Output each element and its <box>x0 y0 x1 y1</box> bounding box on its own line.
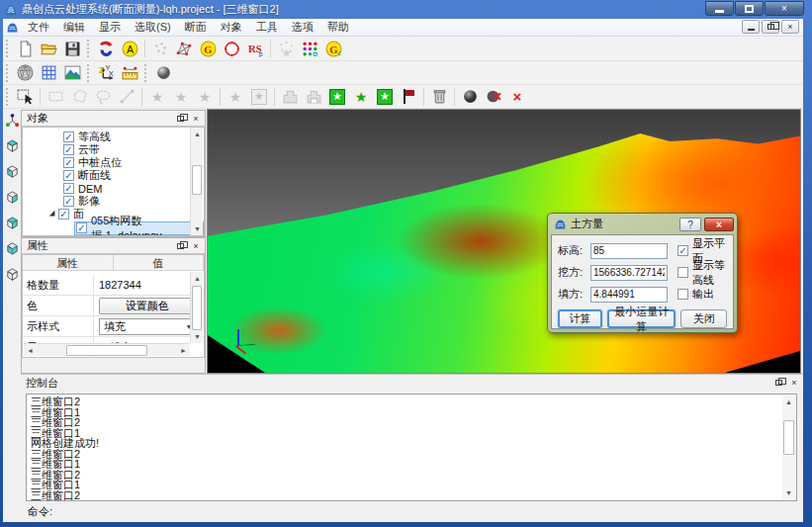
calculate-button[interactable]: 计算 <box>558 309 602 328</box>
scroll-thumb[interactable] <box>783 420 794 455</box>
registration-button[interactable] <box>94 38 118 59</box>
toolbar-grip[interactable] <box>144 64 147 82</box>
scroll-right-icon[interactable]: ► <box>177 344 190 357</box>
cube-view-front-icon[interactable] <box>5 164 20 179</box>
titlebar[interactable]: 鼎创点云处理系统(断面测量)-lqh.project - [三维窗口2] × <box>0 0 812 19</box>
cube-view-back-icon[interactable] <box>5 216 20 230</box>
menu-select[interactable]: 选取(S) <box>128 19 178 36</box>
toolbar-grip[interactable] <box>87 40 90 57</box>
scatter-button[interactable] <box>274 38 298 59</box>
properties-vscrollbar[interactable]: ▲ ▼ <box>190 272 203 343</box>
keep-inside-button[interactable]: ★ <box>325 86 349 108</box>
menu-edit[interactable]: 编辑 <box>56 19 92 36</box>
scroll-up-icon[interactable]: ▲ <box>191 128 204 140</box>
building-remove-button[interactable] <box>302 86 325 108</box>
toolbar-grip[interactable] <box>6 64 9 82</box>
properties-close-button[interactable]: × <box>189 239 203 252</box>
mdi-minimize-button[interactable] <box>742 20 760 34</box>
properties-panel-titlebar[interactable]: 属性 × <box>22 238 205 254</box>
fill-volume-input[interactable] <box>590 287 668 303</box>
console-float-button[interactable] <box>771 376 785 389</box>
cut-volume-input[interactable] <box>590 265 668 281</box>
gc-button[interactable]: Gc <box>321 38 345 59</box>
objects-panel-titlebar[interactable]: 对象 × <box>22 111 205 127</box>
building-extract-button[interactable] <box>278 86 302 108</box>
menu-options[interactable]: 选项 <box>285 19 320 36</box>
min-haul-calc-button[interactable]: 最小运量计算 <box>607 309 676 328</box>
earthwork-dialog[interactable]: 土方量 ? × 标高: ✓显示平面 挖方: 显示等高线 填方: <box>547 213 738 333</box>
menu-display[interactable]: 显示 <box>92 19 128 36</box>
keep-selection-button[interactable]: ★ <box>349 86 373 108</box>
output-checkbox[interactable] <box>677 289 688 300</box>
dialog-titlebar[interactable]: 土方量 ? × <box>548 214 737 232</box>
scroll-thumb[interactable] <box>192 165 202 195</box>
checkbox[interactable]: ✓ <box>63 132 74 142</box>
scroll-up-icon[interactable]: ▲ <box>782 395 795 408</box>
checkbox[interactable]: ✓ <box>63 196 74 207</box>
image-button[interactable] <box>60 62 84 84</box>
checkbox[interactable]: ✓ <box>63 183 74 194</box>
cube-view-top-icon[interactable] <box>5 138 20 153</box>
axes-button[interactable]: ZYX <box>94 62 118 84</box>
section-measure-button[interactable] <box>118 62 141 84</box>
cube-view-bottom-icon[interactable] <box>5 241 20 256</box>
keep-outside-button[interactable]: ★ <box>373 86 397 108</box>
scroll-thumb[interactable] <box>192 286 202 330</box>
tree-item-sectionline[interactable]: ✓断面线 <box>23 169 204 182</box>
set-color-button[interactable]: 设置颜色 <box>99 298 196 314</box>
pointcloud-button[interactable] <box>148 38 172 59</box>
console-close-button[interactable]: × <box>787 376 801 389</box>
checkbox[interactable]: ✓ <box>63 170 74 181</box>
new-button[interactable] <box>13 38 37 59</box>
minimize-button[interactable] <box>705 1 734 16</box>
grid-g-button[interactable]: G <box>196 38 220 59</box>
circle-select-button[interactable] <box>220 38 243 59</box>
select-all-button[interactable]: ★ <box>224 86 247 108</box>
select-intersect-button[interactable]: ★ <box>193 86 217 108</box>
properties-float-button[interactable] <box>173 239 187 252</box>
show-plane-checkbox[interactable]: ✓ <box>677 245 688 256</box>
scroll-thumb[interactable] <box>66 345 147 356</box>
ball-select-button[interactable] <box>458 86 482 108</box>
select-add-button[interactable]: ★ <box>145 86 169 108</box>
save-button[interactable] <box>60 38 84 59</box>
ball-delete-button[interactable] <box>482 86 505 108</box>
checkbox[interactable]: ✓ <box>63 144 74 155</box>
select-box-button[interactable]: ★ <box>247 86 271 108</box>
cube-view-side-icon[interactable] <box>5 190 20 205</box>
mdi-restore-button[interactable] <box>762 20 779 34</box>
toolbar-grip[interactable] <box>87 64 90 82</box>
clear-selection-button[interactable]: × <box>505 86 529 108</box>
dialog-close-button[interactable]: × <box>704 218 734 231</box>
command-prompt-label[interactable]: 命令: <box>28 504 52 519</box>
checkbox[interactable]: ✓ <box>76 222 87 233</box>
display-style-dropdown[interactable]: 填充▼ <box>99 318 196 335</box>
scroll-down-icon[interactable]: ▼ <box>782 486 795 499</box>
menu-tools[interactable]: 工具 <box>249 19 285 36</box>
show-contour-checkbox[interactable] <box>677 267 688 278</box>
objects-close-button[interactable]: × <box>189 112 203 125</box>
tree-item-imagery[interactable]: ✓影像 <box>23 195 204 208</box>
scroll-up-icon[interactable]: ▲ <box>191 272 204 285</box>
select-subtract-button[interactable]: ★ <box>169 86 193 108</box>
axes-rgb-icon[interactable] <box>5 113 20 128</box>
tree-item-stakes[interactable]: ✓中桩点位 <box>23 156 204 169</box>
open-button[interactable] <box>37 38 60 59</box>
elevation-input[interactable] <box>590 243 668 259</box>
menu-section[interactable]: 断面 <box>178 19 214 36</box>
resize-grip[interactable] <box>791 510 800 519</box>
object-tree[interactable]: ✓等高线 ✓云带 ✓中桩点位 ✓断面线 ✓DEM ✓影像 ✓面 ✓055构网数据… <box>22 127 205 236</box>
polygon-select-button[interactable] <box>67 86 91 108</box>
dialog-close-btn[interactable]: 关闭 <box>680 309 727 328</box>
mdi-close-button[interactable]: × <box>781 20 799 34</box>
menu-file[interactable]: 文件 <box>21 19 56 36</box>
rect-select-button[interactable] <box>44 86 67 108</box>
menu-object[interactable]: 对象 <box>214 19 249 36</box>
classify-button[interactable]: A <box>118 38 141 59</box>
lasso-select-button[interactable] <box>91 86 115 108</box>
console-vscrollbar[interactable]: ▲ ▼ <box>782 395 795 499</box>
checkbox[interactable]: ✓ <box>58 209 69 220</box>
maximize-button[interactable] <box>735 1 764 16</box>
scroll-down-icon[interactable]: ▼ <box>191 330 204 343</box>
objects-float-button[interactable] <box>173 112 187 125</box>
